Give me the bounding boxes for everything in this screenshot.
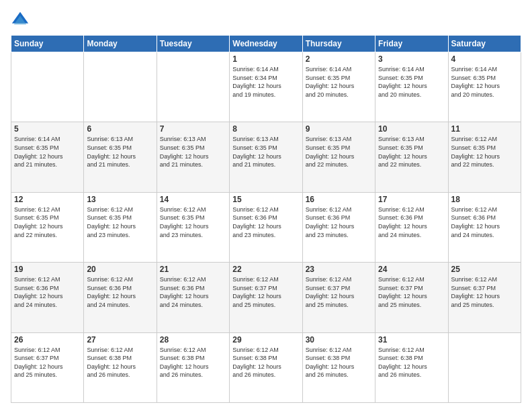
- calendar-cell: 13Sunrise: 6:12 AM Sunset: 6:35 PM Dayli…: [84, 192, 157, 262]
- weekday-header-cell: Monday: [84, 36, 157, 52]
- day-info: Sunrise: 6:13 AM Sunset: 6:35 PM Dayligh…: [232, 135, 299, 169]
- day-info: Sunrise: 6:14 AM Sunset: 6:35 PM Dayligh…: [378, 65, 445, 99]
- day-number: 1: [232, 54, 299, 64]
- day-number: 2: [306, 54, 372, 64]
- day-number: 6: [87, 124, 153, 134]
- day-info: Sunrise: 6:12 AM Sunset: 6:36 PM Dayligh…: [14, 275, 81, 309]
- day-info: Sunrise: 6:12 AM Sunset: 6:38 PM Dayligh…: [160, 346, 226, 379]
- calendar-week-row: 19Sunrise: 6:12 AM Sunset: 6:36 PM Dayli…: [11, 263, 521, 332]
- calendar-week-row: 26Sunrise: 6:12 AM Sunset: 6:37 PM Dayli…: [11, 332, 521, 402]
- calendar-cell: 27Sunrise: 6:12 AM Sunset: 6:38 PM Dayli…: [84, 332, 157, 402]
- calendar-cell: 3Sunrise: 6:14 AM Sunset: 6:35 PM Daylig…: [375, 52, 448, 122]
- day-info: Sunrise: 6:14 AM Sunset: 6:35 PM Dayligh…: [451, 65, 518, 99]
- day-info: Sunrise: 6:12 AM Sunset: 6:37 PM Dayligh…: [378, 275, 445, 309]
- day-number: 11: [451, 124, 518, 134]
- calendar-week-row: 1Sunrise: 6:14 AM Sunset: 6:34 PM Daylig…: [11, 52, 521, 122]
- calendar-cell: 25Sunrise: 6:12 AM Sunset: 6:37 PM Dayli…: [448, 263, 521, 332]
- calendar-cell: 15Sunrise: 6:12 AM Sunset: 6:36 PM Dayli…: [230, 192, 302, 262]
- day-info: Sunrise: 6:12 AM Sunset: 6:35 PM Dayligh…: [14, 205, 81, 239]
- day-info: Sunrise: 6:12 AM Sunset: 6:36 PM Dayligh…: [306, 205, 372, 239]
- calendar-cell: 1Sunrise: 6:14 AM Sunset: 6:34 PM Daylig…: [230, 52, 302, 122]
- day-info: Sunrise: 6:12 AM Sunset: 6:35 PM Dayligh…: [87, 205, 153, 239]
- day-info: Sunrise: 6:13 AM Sunset: 6:35 PM Dayligh…: [87, 135, 153, 169]
- calendar-cell: [157, 52, 229, 122]
- day-number: 24: [378, 265, 445, 274]
- calendar-cell: 18Sunrise: 6:12 AM Sunset: 6:36 PM Dayli…: [448, 192, 521, 262]
- day-number: 27: [87, 335, 153, 345]
- calendar-cell: 2Sunrise: 6:14 AM Sunset: 6:35 PM Daylig…: [302, 52, 375, 122]
- day-number: 12: [14, 195, 81, 204]
- calendar-cell: 11Sunrise: 6:12 AM Sunset: 6:35 PM Dayli…: [448, 122, 521, 192]
- calendar-cell: 5Sunrise: 6:14 AM Sunset: 6:35 PM Daylig…: [11, 122, 84, 192]
- calendar-cell: [84, 52, 157, 122]
- day-info: Sunrise: 6:12 AM Sunset: 6:38 PM Dayligh…: [232, 346, 299, 379]
- day-info: Sunrise: 6:12 AM Sunset: 6:36 PM Dayligh…: [160, 275, 226, 309]
- calendar-cell: [11, 52, 84, 122]
- calendar: SundayMondayTuesdayWednesdayThursdayFrid…: [11, 35, 521, 403]
- day-info: Sunrise: 6:12 AM Sunset: 6:38 PM Dayligh…: [87, 346, 153, 379]
- weekday-header-cell: Wednesday: [230, 36, 302, 52]
- day-info: Sunrise: 6:12 AM Sunset: 6:35 PM Dayligh…: [451, 135, 518, 169]
- calendar-cell: [448, 332, 521, 402]
- day-info: Sunrise: 6:14 AM Sunset: 6:34 PM Dayligh…: [232, 65, 299, 99]
- calendar-cell: 22Sunrise: 6:12 AM Sunset: 6:37 PM Dayli…: [230, 263, 302, 332]
- header: [11, 11, 521, 30]
- day-number: 15: [232, 195, 299, 204]
- day-number: 28: [160, 335, 226, 345]
- day-number: 8: [232, 124, 299, 134]
- calendar-week-row: 12Sunrise: 6:12 AM Sunset: 6:35 PM Dayli…: [11, 192, 521, 262]
- weekday-header-cell: Sunday: [11, 36, 84, 52]
- day-number: 20: [87, 265, 153, 274]
- calendar-cell: 26Sunrise: 6:12 AM Sunset: 6:37 PM Dayli…: [11, 332, 84, 402]
- weekday-header-cell: Tuesday: [157, 36, 229, 52]
- day-number: 14: [160, 195, 226, 204]
- day-number: 31: [378, 335, 445, 345]
- day-number: 19: [14, 265, 81, 274]
- day-info: Sunrise: 6:12 AM Sunset: 6:37 PM Dayligh…: [306, 275, 372, 309]
- day-number: 21: [160, 265, 226, 274]
- day-number: 10: [378, 124, 445, 134]
- weekday-header-cell: Thursday: [302, 36, 375, 52]
- day-info: Sunrise: 6:13 AM Sunset: 6:35 PM Dayligh…: [160, 135, 226, 169]
- day-number: 22: [232, 265, 299, 274]
- day-info: Sunrise: 6:12 AM Sunset: 6:37 PM Dayligh…: [232, 275, 299, 309]
- day-info: Sunrise: 6:12 AM Sunset: 6:38 PM Dayligh…: [306, 346, 372, 379]
- calendar-cell: 4Sunrise: 6:14 AM Sunset: 6:35 PM Daylig…: [448, 52, 521, 122]
- day-info: Sunrise: 6:12 AM Sunset: 6:36 PM Dayligh…: [451, 205, 518, 239]
- logo: [11, 11, 32, 30]
- calendar-cell: 23Sunrise: 6:12 AM Sunset: 6:37 PM Dayli…: [302, 263, 375, 332]
- day-number: 23: [306, 265, 372, 274]
- day-number: 18: [451, 195, 518, 204]
- calendar-cell: 24Sunrise: 6:12 AM Sunset: 6:37 PM Dayli…: [375, 263, 448, 332]
- calendar-cell: 6Sunrise: 6:13 AM Sunset: 6:35 PM Daylig…: [84, 122, 157, 192]
- calendar-cell: 29Sunrise: 6:12 AM Sunset: 6:38 PM Dayli…: [230, 332, 302, 402]
- day-number: 13: [87, 195, 153, 204]
- day-info: Sunrise: 6:13 AM Sunset: 6:35 PM Dayligh…: [306, 135, 372, 169]
- calendar-cell: 28Sunrise: 6:12 AM Sunset: 6:38 PM Dayli…: [157, 332, 229, 402]
- day-info: Sunrise: 6:12 AM Sunset: 6:38 PM Dayligh…: [378, 346, 445, 379]
- day-info: Sunrise: 6:14 AM Sunset: 6:35 PM Dayligh…: [306, 65, 372, 99]
- calendar-cell: 12Sunrise: 6:12 AM Sunset: 6:35 PM Dayli…: [11, 192, 84, 262]
- day-number: 26: [14, 335, 81, 345]
- calendar-cell: 21Sunrise: 6:12 AM Sunset: 6:36 PM Dayli…: [157, 263, 229, 332]
- calendar-cell: 16Sunrise: 6:12 AM Sunset: 6:36 PM Dayli…: [302, 192, 375, 262]
- day-number: 5: [14, 124, 81, 134]
- calendar-cell: 10Sunrise: 6:13 AM Sunset: 6:35 PM Dayli…: [375, 122, 448, 192]
- day-number: 7: [160, 124, 226, 134]
- day-info: Sunrise: 6:12 AM Sunset: 6:37 PM Dayligh…: [14, 346, 81, 379]
- day-number: 25: [451, 265, 518, 274]
- weekday-header-cell: Friday: [375, 36, 448, 52]
- calendar-cell: 7Sunrise: 6:13 AM Sunset: 6:35 PM Daylig…: [157, 122, 229, 192]
- calendar-cell: 31Sunrise: 6:12 AM Sunset: 6:38 PM Dayli…: [375, 332, 448, 402]
- calendar-cell: 9Sunrise: 6:13 AM Sunset: 6:35 PM Daylig…: [302, 122, 375, 192]
- calendar-cell: 8Sunrise: 6:13 AM Sunset: 6:35 PM Daylig…: [230, 122, 302, 192]
- calendar-cell: 19Sunrise: 6:12 AM Sunset: 6:36 PM Dayli…: [11, 263, 84, 332]
- calendar-cell: 17Sunrise: 6:12 AM Sunset: 6:36 PM Dayli…: [375, 192, 448, 262]
- day-info: Sunrise: 6:12 AM Sunset: 6:36 PM Dayligh…: [87, 275, 153, 309]
- weekday-header-row: SundayMondayTuesdayWednesdayThursdayFrid…: [11, 36, 521, 52]
- calendar-cell: 20Sunrise: 6:12 AM Sunset: 6:36 PM Dayli…: [84, 263, 157, 332]
- day-number: 3: [378, 54, 445, 64]
- day-info: Sunrise: 6:12 AM Sunset: 6:35 PM Dayligh…: [160, 205, 226, 239]
- logo-icon: [11, 11, 30, 30]
- day-info: Sunrise: 6:12 AM Sunset: 6:36 PM Dayligh…: [378, 205, 445, 239]
